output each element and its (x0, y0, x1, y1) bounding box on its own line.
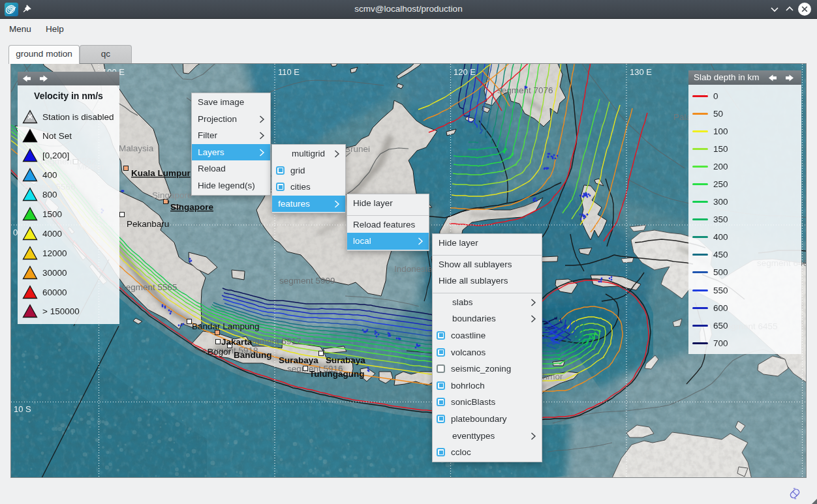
svg-text:Surabaya: Surabaya (279, 355, 318, 365)
svg-text:10 S: 10 S (14, 404, 31, 414)
svg-text:segment 7076: segment 7076 (497, 85, 553, 95)
svg-text:Singapore: Singapore (170, 202, 214, 212)
svg-text:Jakarta: Jakarta (221, 337, 253, 347)
svg-text:Bandung: Bandung (234, 350, 272, 360)
svg-text:segment 5917: segment 5917 (245, 336, 301, 346)
svg-text:Bandar Lampung: Bandar Lampung (192, 321, 260, 331)
svg-text:Brunei: Brunei (345, 144, 370, 154)
svg-text:segment 5909: segment 5909 (279, 276, 335, 286)
svg-text:segment 5565: segment 5565 (121, 282, 177, 292)
svg-text:110 E: 110 E (278, 67, 300, 77)
svg-text:Indonesia: Indonesia (394, 264, 433, 274)
svg-text:Singapore: Singapore (152, 190, 193, 200)
svg-text:Surabaya: Surabaya (326, 355, 365, 365)
svg-text:Pekanbaru: Pekanbaru (127, 219, 169, 229)
svg-text:Kuala Lumpur: Kuala Lumpur (131, 168, 191, 178)
svg-text:130 E: 130 E (630, 67, 652, 77)
svg-text:120 E: 120 E (454, 67, 476, 77)
svg-text:Tulungagung: Tulungagung (309, 369, 364, 379)
svg-text:Malaysia: Malaysia (119, 143, 154, 153)
svg-text:Bogor: Bogor (208, 347, 232, 357)
